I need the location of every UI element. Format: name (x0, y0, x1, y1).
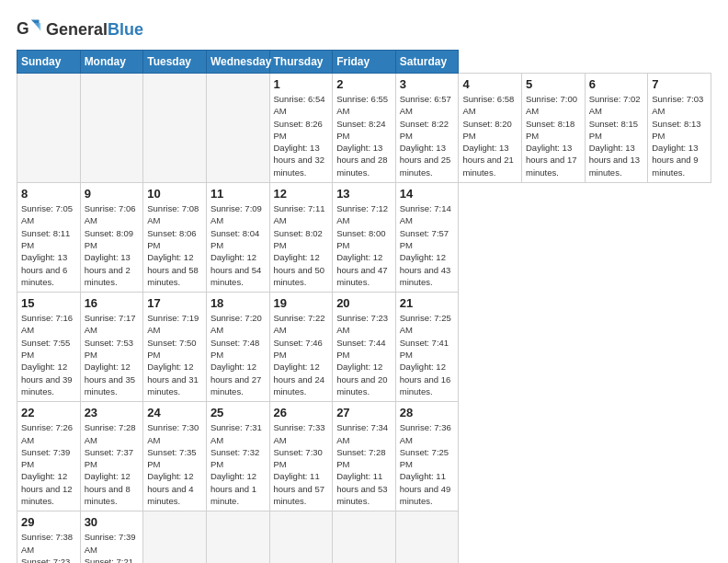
calendar-cell: 27 Sunrise: 7:34 AM Sunset: 7:28 PM Dayl… (333, 402, 396, 511)
calendar-cell: 2 Sunrise: 6:55 AM Sunset: 8:24 PM Dayli… (333, 74, 396, 183)
day-number: 28 (400, 406, 455, 419)
day-number: 17 (147, 296, 202, 310)
svg-text:G: G (17, 19, 29, 38)
day-info: Sunrise: 6:58 AM Sunset: 8:20 PM Dayligh… (462, 93, 518, 178)
calendar-cell: 19 Sunrise: 7:22 AM Sunset: 7:46 PM Dayl… (269, 293, 333, 402)
day-info: Sunrise: 7:22 AM Sunset: 7:46 PM Dayligh… (274, 312, 329, 397)
calendar-cell: 21 Sunrise: 7:25 AM Sunset: 7:41 PM Dayl… (395, 293, 459, 402)
day-number: 8 (21, 187, 76, 201)
day-number: 16 (85, 296, 140, 310)
calendar-cell: 24 Sunrise: 7:30 AM Sunset: 7:35 PM Dayl… (143, 402, 207, 511)
day-info: Sunrise: 7:39 AM Sunset: 7:21 PM Dayligh… (85, 531, 140, 563)
day-info: Sunrise: 6:54 AM Sunset: 8:26 PM Dayligh… (274, 93, 329, 178)
day-info: Sunrise: 7:17 AM Sunset: 7:53 PM Dayligh… (85, 312, 140, 397)
day-info: Sunrise: 7:05 AM Sunset: 8:11 PM Dayligh… (21, 202, 76, 288)
calendar-cell: 16 Sunrise: 7:17 AM Sunset: 7:53 PM Dayl… (80, 293, 143, 402)
day-number: 12 (274, 187, 329, 201)
calendar-cell (17, 74, 81, 183)
calendar-week-3: 15 Sunrise: 7:16 AM Sunset: 7:55 PM Dayl… (17, 293, 711, 402)
calendar-cell: 6 Sunrise: 7:02 AM Sunset: 8:15 PM Dayli… (585, 74, 648, 183)
calendar-cell (143, 511, 207, 563)
day-number: 23 (85, 406, 140, 419)
calendar-cell: 12 Sunrise: 7:11 AM Sunset: 8:02 PM Dayl… (269, 183, 333, 293)
calendar-cell: 18 Sunrise: 7:20 AM Sunset: 7:48 PM Dayl… (206, 293, 269, 402)
calendar-week-4: 22 Sunrise: 7:26 AM Sunset: 7:39 PM Dayl… (17, 402, 711, 511)
calendar-cell (333, 511, 396, 563)
day-number: 24 (147, 406, 202, 419)
day-info: Sunrise: 7:25 AM Sunset: 7:41 PM Dayligh… (400, 312, 455, 397)
day-header-wednesday: Wednesday (206, 51, 269, 74)
day-number: 3 (400, 77, 455, 91)
calendar-cell: 10 Sunrise: 7:08 AM Sunset: 8:06 PM Dayl… (143, 183, 207, 293)
day-number: 20 (336, 296, 392, 310)
calendar-cell: 17 Sunrise: 7:19 AM Sunset: 7:50 PM Dayl… (143, 293, 207, 402)
day-info: Sunrise: 7:38 AM Sunset: 7:23 PM Dayligh… (21, 531, 76, 563)
calendar-cell: 4 Sunrise: 6:58 AM Sunset: 8:20 PM Dayli… (459, 74, 522, 183)
day-info: Sunrise: 7:00 AM Sunset: 8:18 PM Dayligh… (526, 93, 581, 178)
day-number: 25 (210, 406, 266, 419)
calendar-cell: 1 Sunrise: 6:54 AM Sunset: 8:26 PM Dayli… (269, 74, 333, 183)
day-info: Sunrise: 7:12 AM Sunset: 8:00 PM Dayligh… (336, 202, 392, 288)
day-number: 27 (336, 406, 392, 419)
day-number: 4 (462, 77, 518, 91)
day-number: 6 (589, 77, 644, 91)
calendar: SundayMondayTuesdayWednesdayThursdayFrid… (17, 50, 711, 563)
day-number: 30 (85, 515, 140, 529)
logo: G GeneralBlue (17, 17, 143, 42)
day-number: 10 (147, 187, 202, 201)
day-number: 14 (400, 187, 455, 201)
calendar-cell (395, 511, 459, 563)
svg-marker-2 (34, 23, 40, 31)
logo-general: General (46, 20, 108, 39)
day-info: Sunrise: 7:26 AM Sunset: 7:39 PM Dayligh… (21, 421, 76, 507)
day-info: Sunrise: 7:14 AM Sunset: 7:57 PM Dayligh… (400, 202, 455, 288)
day-info: Sunrise: 7:16 AM Sunset: 7:55 PM Dayligh… (21, 312, 76, 397)
calendar-cell (206, 74, 269, 183)
day-info: Sunrise: 7:19 AM Sunset: 7:50 PM Dayligh… (147, 312, 202, 397)
day-header-saturday: Saturday (395, 51, 459, 74)
calendar-cell: 11 Sunrise: 7:09 AM Sunset: 8:04 PM Dayl… (206, 183, 269, 293)
day-number: 29 (21, 515, 76, 529)
calendar-cell (80, 74, 143, 183)
day-number: 13 (336, 187, 392, 201)
day-info: Sunrise: 7:28 AM Sunset: 7:37 PM Dayligh… (85, 421, 140, 507)
day-info: Sunrise: 6:55 AM Sunset: 8:24 PM Dayligh… (336, 93, 392, 178)
calendar-cell: 30 Sunrise: 7:39 AM Sunset: 7:21 PM Dayl… (80, 511, 143, 563)
day-number: 26 (274, 406, 329, 419)
day-number: 18 (210, 296, 266, 310)
day-number: 1 (274, 77, 329, 91)
calendar-cell: 29 Sunrise: 7:38 AM Sunset: 7:23 PM Dayl… (17, 511, 81, 563)
day-info: Sunrise: 7:31 AM Sunset: 7:32 PM Dayligh… (210, 421, 266, 507)
day-info: Sunrise: 7:09 AM Sunset: 8:04 PM Dayligh… (210, 202, 266, 288)
day-number: 19 (274, 296, 329, 310)
day-info: Sunrise: 7:02 AM Sunset: 8:15 PM Dayligh… (589, 93, 644, 178)
calendar-cell: 20 Sunrise: 7:23 AM Sunset: 7:44 PM Dayl… (333, 293, 396, 402)
calendar-week-2: 8 Sunrise: 7:05 AM Sunset: 8:11 PM Dayli… (17, 183, 711, 293)
day-info: Sunrise: 6:57 AM Sunset: 8:22 PM Dayligh… (400, 93, 455, 178)
calendar-cell: 15 Sunrise: 7:16 AM Sunset: 7:55 PM Dayl… (17, 293, 81, 402)
day-header-thursday: Thursday (269, 51, 333, 74)
calendar-cell (269, 511, 333, 563)
day-info: Sunrise: 7:11 AM Sunset: 8:02 PM Dayligh… (274, 202, 329, 288)
calendar-week-1: 1 Sunrise: 6:54 AM Sunset: 8:26 PM Dayli… (17, 74, 711, 183)
day-info: Sunrise: 7:08 AM Sunset: 8:06 PM Dayligh… (147, 202, 202, 288)
logo-blue: Blue (108, 20, 143, 39)
calendar-cell: 28 Sunrise: 7:36 AM Sunset: 7:25 PM Dayl… (395, 402, 459, 511)
day-header-tuesday: Tuesday (143, 51, 207, 74)
calendar-cell: 25 Sunrise: 7:31 AM Sunset: 7:32 PM Dayl… (206, 402, 269, 511)
day-number: 22 (21, 406, 76, 419)
calendar-week-5: 29 Sunrise: 7:38 AM Sunset: 7:23 PM Dayl… (17, 511, 711, 563)
calendar-cell: 8 Sunrise: 7:05 AM Sunset: 8:11 PM Dayli… (17, 183, 81, 293)
day-info: Sunrise: 7:30 AM Sunset: 7:35 PM Dayligh… (147, 421, 202, 507)
day-number: 11 (210, 187, 266, 201)
calendar-cell: 5 Sunrise: 7:00 AM Sunset: 8:18 PM Dayli… (522, 74, 586, 183)
day-info: Sunrise: 7:36 AM Sunset: 7:25 PM Dayligh… (400, 421, 455, 507)
day-number: 21 (400, 296, 455, 310)
calendar-cell: 7 Sunrise: 7:03 AM Sunset: 8:13 PM Dayli… (648, 74, 711, 183)
calendar-cell (206, 511, 269, 563)
calendar-cell: 22 Sunrise: 7:26 AM Sunset: 7:39 PM Dayl… (17, 402, 81, 511)
day-header-sunday: Sunday (17, 51, 81, 74)
day-number: 5 (526, 77, 581, 91)
calendar-cell: 14 Sunrise: 7:14 AM Sunset: 7:57 PM Dayl… (395, 183, 459, 293)
day-info: Sunrise: 7:06 AM Sunset: 8:09 PM Dayligh… (85, 202, 140, 288)
